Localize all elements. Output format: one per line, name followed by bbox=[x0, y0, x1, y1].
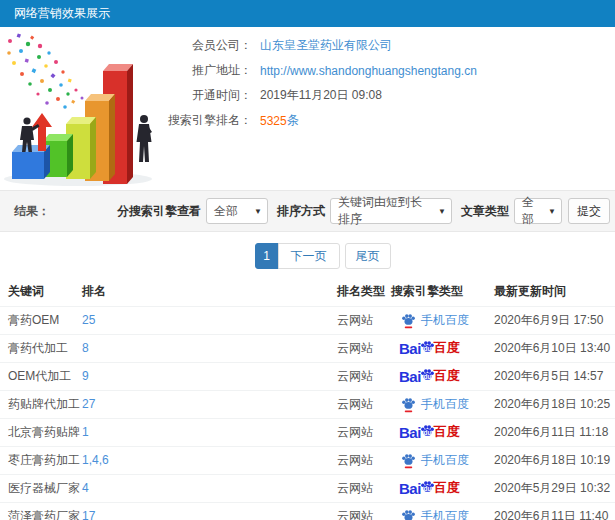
baidu-logo: Bai du 百度 bbox=[399, 479, 460, 497]
sort-select[interactable]: 关键词由短到长排序 ▼ bbox=[330, 198, 452, 224]
updated-cell: 2020年5月29日 10:32 bbox=[494, 474, 615, 502]
col-updated: 最新更新时间 bbox=[494, 278, 615, 306]
baidu-paw-icon: du bbox=[420, 339, 435, 356]
keyword-cell: 药贴牌代加工 bbox=[0, 390, 82, 418]
keyword-cell: 北京膏药贴牌 bbox=[0, 418, 82, 446]
baidu-logo: Bai du 百度 bbox=[399, 367, 460, 385]
company-row: 会员公司： 山东皇圣堂药业有限公司 bbox=[156, 33, 477, 58]
baidu-paw-icon: du bbox=[420, 367, 435, 384]
table-row: 北京膏药贴牌1云网站 Bai du 百度 2020年6月11日 11:18 bbox=[0, 418, 615, 446]
table-row: OEM代加工9云网站 Bai du 百度 2020年6月5日 14:57 bbox=[0, 362, 615, 390]
table-row: 药贴牌代加工27云网站 手机百度 2020年6月18日 10:25 bbox=[0, 390, 615, 418]
rank-link[interactable]: 1 bbox=[82, 425, 89, 439]
rank-cell: 17 bbox=[82, 502, 337, 520]
keyword-ranking-table: 关键词 排名 排名类型 搜索引擎类型 最新更新时间 膏药OEM25云网站 手机百… bbox=[0, 278, 615, 520]
svg-text:du: du bbox=[423, 373, 431, 380]
rank-cell: 25 bbox=[82, 306, 337, 334]
promotion-url-link[interactable]: http://www.shandonghuangshengtang.cn bbox=[260, 64, 477, 78]
open-time-value: 2019年11月20日 09:08 bbox=[260, 87, 382, 104]
engine-type-cell: 手机百度 bbox=[391, 446, 494, 474]
engine-rank-label: 搜索引擎排名： bbox=[156, 112, 252, 129]
updated-cell: 2020年6月11日 11:40 bbox=[494, 502, 615, 520]
rank-link[interactable]: 27 bbox=[82, 397, 95, 411]
businessman-right bbox=[137, 115, 153, 162]
mobile-baidu-engine: 手机百度 bbox=[401, 312, 469, 329]
rank-cell: 1,4,6 bbox=[82, 446, 337, 474]
engine-rank-count: 5325 bbox=[260, 114, 287, 128]
url-label: 推广地址： bbox=[156, 62, 252, 79]
updated-cell: 2020年6月10日 13:40 bbox=[494, 334, 615, 362]
baidu-paw-icon bbox=[401, 312, 416, 329]
updated-cell: 2020年6月9日 17:50 bbox=[494, 306, 615, 334]
keyword-cell: 枣庄膏药加工 bbox=[0, 446, 82, 474]
rank-link[interactable]: 9 bbox=[82, 369, 89, 383]
baidu-logo: Bai du 百度 bbox=[399, 339, 460, 357]
keyword-cell: 膏药OEM bbox=[0, 306, 82, 334]
company-link[interactable]: 山东皇圣堂药业有限公司 bbox=[260, 37, 392, 54]
article-type-select[interactable]: 全部 ▼ bbox=[514, 198, 562, 224]
submit-button[interactable]: 提交 bbox=[568, 198, 610, 224]
col-engine-type: 搜索引擎类型 bbox=[391, 278, 494, 306]
next-page-button[interactable]: 下一页 bbox=[278, 243, 340, 269]
engine-select-value: 全部 bbox=[214, 203, 238, 220]
rank-type-cell: 云网站 bbox=[337, 334, 391, 362]
filter-bar: 结果： 分搜索引擎查看 全部 ▼ 排序方式 关键词由短到长排序 ▼ 文章类型 全… bbox=[0, 190, 615, 232]
rank-link[interactable]: 17 bbox=[82, 509, 95, 520]
rank-type-cell: 云网站 bbox=[337, 502, 391, 520]
mobile-baidu-engine: 手机百度 bbox=[401, 508, 469, 520]
engine-type-cell: Bai du 百度 bbox=[391, 334, 494, 362]
keyword-cell: OEM代加工 bbox=[0, 362, 82, 390]
type-filter-label: 文章类型 bbox=[461, 203, 509, 220]
table-row: 医疗器械厂家4云网站 Bai du 百度 2020年5月29日 10:32 bbox=[0, 474, 615, 502]
sort-filter-label: 排序方式 bbox=[277, 203, 325, 220]
rank-type-cell: 云网站 bbox=[337, 474, 391, 502]
engine-type-cell: 手机百度 bbox=[391, 502, 494, 520]
last-page-button[interactable]: 尾页 bbox=[345, 243, 391, 269]
rank-link[interactable]: 25 bbox=[82, 313, 95, 327]
engine-rank-unit: 条 bbox=[287, 112, 299, 129]
rank-link[interactable]: 1,4,6 bbox=[82, 453, 109, 467]
baidu-paw-icon: du bbox=[420, 479, 435, 496]
sort-select-value: 关键词由短到长排序 bbox=[338, 194, 432, 228]
engine-filter-label: 分搜索引擎查看 bbox=[117, 203, 201, 220]
svg-text:du: du bbox=[423, 485, 431, 492]
open-time-row: 开通时间： 2019年11月20日 09:08 bbox=[156, 83, 477, 108]
chevron-down-icon: ▼ bbox=[548, 207, 556, 216]
keyword-cell: 医疗器械厂家 bbox=[0, 474, 82, 502]
company-label: 会员公司： bbox=[156, 37, 252, 54]
engine-type-cell: Bai du 百度 bbox=[391, 418, 494, 446]
rank-link[interactable]: 8 bbox=[82, 341, 89, 355]
page-header: 网络营销效果展示 bbox=[0, 0, 615, 27]
pagination: 1 下一页 尾页 bbox=[0, 243, 615, 269]
result-label: 结果： bbox=[14, 203, 50, 220]
page-1-button[interactable]: 1 bbox=[255, 243, 279, 269]
updated-cell: 2020年6月5日 14:57 bbox=[494, 362, 615, 390]
rank-link[interactable]: 4 bbox=[82, 481, 89, 495]
keyword-cell: 膏药代加工 bbox=[0, 334, 82, 362]
col-rank-type: 排名类型 bbox=[337, 278, 391, 306]
rank-type-cell: 云网站 bbox=[337, 362, 391, 390]
marketing-report-page: 网络营销效果展示 bbox=[0, 0, 615, 520]
table-row: 菏泽膏药厂家17云网站 手机百度 2020年6月11日 11:40 bbox=[0, 502, 615, 520]
confetti-dots bbox=[7, 33, 83, 108]
col-keyword: 关键词 bbox=[0, 278, 82, 306]
rank-type-cell: 云网站 bbox=[337, 418, 391, 446]
rank-type-cell: 云网站 bbox=[337, 446, 391, 474]
table-row: 枣庄膏药加工1,4,6云网站 手机百度 2020年6月18日 10:19 bbox=[0, 446, 615, 474]
engine-type-cell: 手机百度 bbox=[391, 306, 494, 334]
table-row: 膏药代加工8云网站 Bai du 百度 2020年6月10日 13:40 bbox=[0, 334, 615, 362]
rank-cell: 8 bbox=[82, 334, 337, 362]
table-row: 膏药OEM25云网站 手机百度 2020年6月9日 17:50 bbox=[0, 306, 615, 334]
keyword-cell: 菏泽膏药厂家 bbox=[0, 502, 82, 520]
company-info-section: 会员公司： 山东皇圣堂药业有限公司 推广地址： http://www.shand… bbox=[0, 27, 615, 190]
updated-cell: 2020年6月11日 11:18 bbox=[494, 418, 615, 446]
engine-select[interactable]: 全部 ▼ bbox=[206, 198, 268, 224]
page-title: 网络营销效果展示 bbox=[14, 5, 110, 22]
engine-type-cell: Bai du 百度 bbox=[391, 474, 494, 502]
col-rank: 排名 bbox=[82, 278, 337, 306]
svg-text:du: du bbox=[423, 429, 431, 436]
rank-cell: 9 bbox=[82, 362, 337, 390]
rank-type-cell: 云网站 bbox=[337, 306, 391, 334]
filter-controls: 分搜索引擎查看 全部 ▼ 排序方式 关键词由短到长排序 ▼ 文章类型 全部 ▼ … bbox=[108, 198, 610, 224]
baidu-paw-icon bbox=[401, 508, 416, 520]
